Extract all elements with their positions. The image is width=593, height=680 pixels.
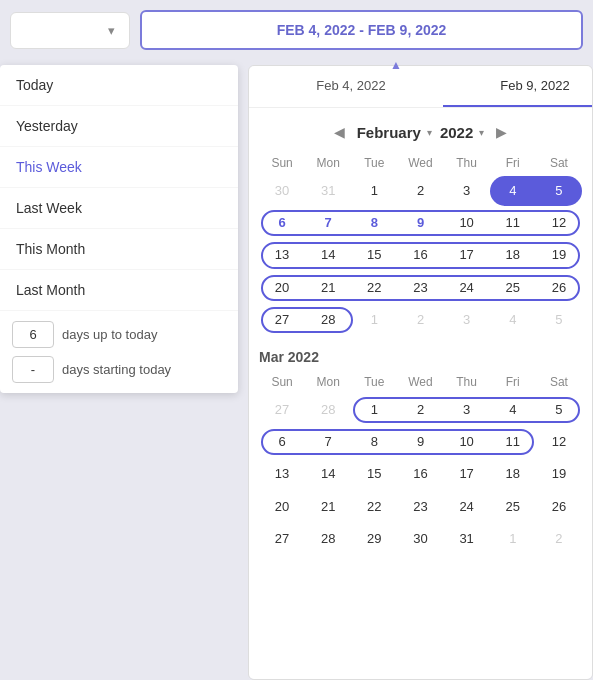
cal-day[interactable]: 1: [351, 305, 397, 335]
cal-day[interactable]: 4: [490, 305, 536, 335]
cal-day[interactable]: 8: [351, 208, 397, 238]
feb-header-row: Sun Mon Tue Wed Thu Fri Sat: [259, 152, 582, 174]
cal-day[interactable]: 6: [259, 427, 305, 457]
cal-day[interactable]: 30: [259, 176, 305, 206]
sidebar-item-last-month[interactable]: Last Month: [0, 270, 238, 311]
next-month-btn[interactable]: ▶: [488, 120, 515, 144]
hdr-fri: Fri: [490, 371, 536, 393]
cal-day[interactable]: 25: [490, 492, 536, 522]
cal-day[interactable]: 12: [536, 208, 582, 238]
cal-day[interactable]: 11: [490, 208, 536, 238]
cal-day[interactable]: 26: [536, 492, 582, 522]
cal-day[interactable]: 4: [490, 395, 536, 425]
sidebar-item-today[interactable]: Today: [0, 65, 238, 106]
sidebar-item-yesterday[interactable]: Yesterday: [0, 106, 238, 147]
cal-day[interactable]: 20: [259, 492, 305, 522]
cal-day-4-sel-start[interactable]: 4: [490, 176, 536, 206]
cal-day[interactable]: 26: [536, 273, 582, 303]
cal-day[interactable]: 28: [305, 305, 351, 335]
days-start-input[interactable]: [12, 356, 54, 383]
cal-day[interactable]: 29: [351, 524, 397, 554]
cal-day[interactable]: 23: [397, 492, 443, 522]
cal-day[interactable]: 30: [397, 524, 443, 554]
cal-day[interactable]: 8: [351, 427, 397, 457]
cal-day[interactable]: 18: [490, 240, 536, 270]
cal-day[interactable]: 20: [259, 273, 305, 303]
days-up-input[interactable]: [12, 321, 54, 348]
feb-week-5: 27 28 1 2 3 4 5: [259, 305, 582, 335]
sidebar-custom-inputs: days up to today days starting today: [0, 311, 238, 393]
cal-day[interactable]: 5: [536, 395, 582, 425]
cal-day[interactable]: 2: [397, 395, 443, 425]
prev-month-btn[interactable]: ◀: [326, 120, 353, 144]
cal-day[interactable]: 24: [444, 492, 490, 522]
cal-day[interactable]: 23: [397, 273, 443, 303]
cal-day[interactable]: 3: [444, 176, 490, 206]
end-date-input[interactable]: [443, 66, 593, 107]
cal-day[interactable]: 15: [351, 240, 397, 270]
panel-arrow-icon: ▲: [390, 58, 402, 72]
cal-day[interactable]: 31: [305, 176, 351, 206]
cal-day[interactable]: 2: [397, 176, 443, 206]
cal-day[interactable]: 14: [305, 459, 351, 489]
cal-day-5-sel-end[interactable]: 5: [536, 176, 582, 206]
cal-day[interactable]: 24: [444, 273, 490, 303]
feb-week-2: 6 7 8 9 10 11 12: [259, 208, 582, 238]
month-label-feb: February: [357, 124, 421, 141]
cal-day[interactable]: 22: [351, 273, 397, 303]
cal-day[interactable]: 19: [536, 240, 582, 270]
cal-day[interactable]: 17: [444, 240, 490, 270]
cal-day[interactable]: 27: [259, 395, 305, 425]
feb-week-1: 30 31 1 2 3 4 5: [259, 176, 582, 206]
cal-day[interactable]: 28: [305, 395, 351, 425]
cal-day[interactable]: 10: [444, 427, 490, 457]
hdr-tue: Tue: [351, 371, 397, 393]
cal-day[interactable]: 15: [351, 459, 397, 489]
cal-day[interactable]: 18: [490, 459, 536, 489]
mar-week-3: 13 14 15 16 17 18 19: [259, 459, 582, 489]
cal-day[interactable]: 6: [259, 208, 305, 238]
cal-day[interactable]: 9: [397, 427, 443, 457]
preset-dropdown[interactable]: ▾: [10, 12, 130, 49]
cal-day[interactable]: 1: [351, 176, 397, 206]
sidebar-item-this-week[interactable]: This Week: [0, 147, 238, 188]
cal-day[interactable]: 14: [305, 240, 351, 270]
cal-day[interactable]: 13: [259, 459, 305, 489]
cal-day[interactable]: 27: [259, 305, 305, 335]
cal-day[interactable]: 1: [351, 395, 397, 425]
cal-day[interactable]: 21: [305, 273, 351, 303]
cal-day[interactable]: 19: [536, 459, 582, 489]
cal-day[interactable]: 2: [397, 305, 443, 335]
cal-day[interactable]: 16: [397, 459, 443, 489]
cal-day[interactable]: 27: [259, 524, 305, 554]
dropdown-arrow-icon: ▾: [108, 23, 115, 38]
cal-day[interactable]: 7: [305, 427, 351, 457]
cal-day[interactable]: 1: [490, 524, 536, 554]
hdr-fri: Fri: [490, 152, 536, 174]
mar-week-4: 20 21 22 23 24 25 26: [259, 492, 582, 522]
cal-day[interactable]: 3: [444, 305, 490, 335]
cal-day[interactable]: 31: [444, 524, 490, 554]
cal-day[interactable]: 7: [305, 208, 351, 238]
cal-day[interactable]: 28: [305, 524, 351, 554]
sidebar-item-this-month[interactable]: This Month: [0, 229, 238, 270]
cal-day[interactable]: 22: [351, 492, 397, 522]
cal-day[interactable]: 12: [536, 427, 582, 457]
date-range-button[interactable]: FEB 4, 2022 - FEB 9, 2022: [140, 10, 583, 50]
cal-day[interactable]: 13: [259, 240, 305, 270]
cal-day[interactable]: 11: [490, 427, 536, 457]
cal-day[interactable]: 9: [397, 208, 443, 238]
sidebar-item-last-week[interactable]: Last Week: [0, 188, 238, 229]
cal-day[interactable]: 16: [397, 240, 443, 270]
cal-day[interactable]: 17: [444, 459, 490, 489]
top-bar: ▾ FEB 4, 2022 - FEB 9, 2022: [0, 10, 593, 50]
cal-day[interactable]: 2: [536, 524, 582, 554]
mar-week-2: 6 7 8 9 10 11 12: [259, 427, 582, 457]
cal-day[interactable]: 25: [490, 273, 536, 303]
start-date-input[interactable]: [259, 66, 443, 107]
year-chevron-icon: ▾: [479, 127, 484, 138]
cal-day[interactable]: 21: [305, 492, 351, 522]
cal-day[interactable]: 10: [444, 208, 490, 238]
cal-day[interactable]: 5: [536, 305, 582, 335]
cal-day[interactable]: 3: [444, 395, 490, 425]
